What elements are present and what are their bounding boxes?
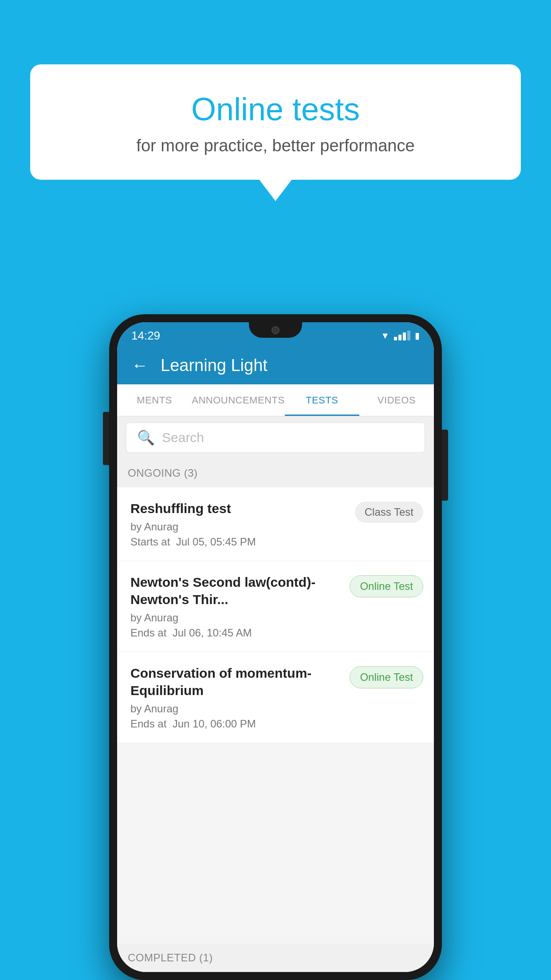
signal-bars-icon <box>394 331 410 340</box>
search-bar[interactable]: 🔍 Search <box>126 423 425 453</box>
battery-icon: ▮ <box>415 330 420 341</box>
test-item-newtons[interactable]: Newton's Second law(contd)-Newton's Thir… <box>117 561 434 652</box>
badge-online-test-conservation: Online Test <box>350 666 423 688</box>
camera-dot <box>272 326 279 334</box>
phone-device: 14:29 ▼ ▮ ← Learning Light <box>109 314 442 980</box>
search-input[interactable]: Search <box>162 430 204 445</box>
wifi-icon: ▼ <box>381 331 390 341</box>
test-time-newtons: Ends at Jul 06, 10:45 AM <box>130 627 341 639</box>
search-container: 🔍 Search <box>117 416 434 459</box>
speech-bubble-subtitle: for more practice, better performance <box>52 136 499 155</box>
test-info-conservation: Conservation of momentum-Equilibrium by … <box>130 664 350 730</box>
ongoing-label: ONGOING (3) <box>128 467 198 479</box>
phone-frame: 14:29 ▼ ▮ ← Learning Light <box>109 314 442 980</box>
app-bar: ← Learning Light <box>117 347 434 384</box>
phone-notch <box>249 322 302 338</box>
search-icon: 🔍 <box>137 429 155 446</box>
tab-tests[interactable]: TESTS <box>285 384 359 416</box>
app-bar-title: Learning Light <box>161 356 268 375</box>
status-time: 14:29 <box>131 329 160 343</box>
completed-label: COMPLETED (1) <box>128 952 213 964</box>
badge-online-test-newtons: Online Test <box>350 575 423 597</box>
test-author-reshuffling: by Anurag <box>130 521 346 533</box>
screen-content: 14:29 ▼ ▮ ← Learning Light <box>117 322 434 972</box>
ongoing-section-header: ONGOING (3) <box>117 459 434 487</box>
speech-bubble-container: Online tests for more practice, better p… <box>30 64 521 180</box>
test-time-conservation: Ends at Jun 10, 06:00 PM <box>130 718 341 730</box>
tab-videos[interactable]: VIDEOS <box>359 384 434 416</box>
completed-section-header: COMPLETED (1) <box>117 944 434 972</box>
phone-screen: 14:29 ▼ ▮ ← Learning Light <box>117 322 434 972</box>
speech-bubble: Online tests for more practice, better p… <box>30 64 521 180</box>
tab-bar: MENTS ANNOUNCEMENTS TESTS VIDEOS <box>117 384 434 416</box>
test-item-reshuffling[interactable]: Reshuffling test by Anurag Starts at Jul… <box>117 487 434 561</box>
test-title-conservation: Conservation of momentum-Equilibrium <box>130 664 341 699</box>
back-button[interactable]: ← <box>128 352 152 379</box>
test-author-conservation: by Anurag <box>130 703 341 715</box>
test-info-newtons: Newton's Second law(contd)-Newton's Thir… <box>130 573 350 639</box>
test-time-reshuffling: Starts at Jul 05, 05:45 PM <box>130 536 346 548</box>
test-author-newtons: by Anurag <box>130 612 341 624</box>
test-title-reshuffling: Reshuffling test <box>130 500 346 517</box>
test-item-conservation[interactable]: Conservation of momentum-Equilibrium by … <box>117 652 434 743</box>
speech-bubble-title: Online tests <box>52 91 499 127</box>
tab-ments[interactable]: MENTS <box>117 384 192 416</box>
badge-class-test-reshuffling: Class Test <box>355 502 423 523</box>
test-title-newtons: Newton's Second law(contd)-Newton's Thir… <box>130 573 341 608</box>
tab-announcements[interactable]: ANNOUNCEMENTS <box>192 384 284 416</box>
status-icons: ▼ ▮ <box>381 330 420 341</box>
test-info-reshuffling: Reshuffling test by Anurag Starts at Jul… <box>130 500 355 548</box>
